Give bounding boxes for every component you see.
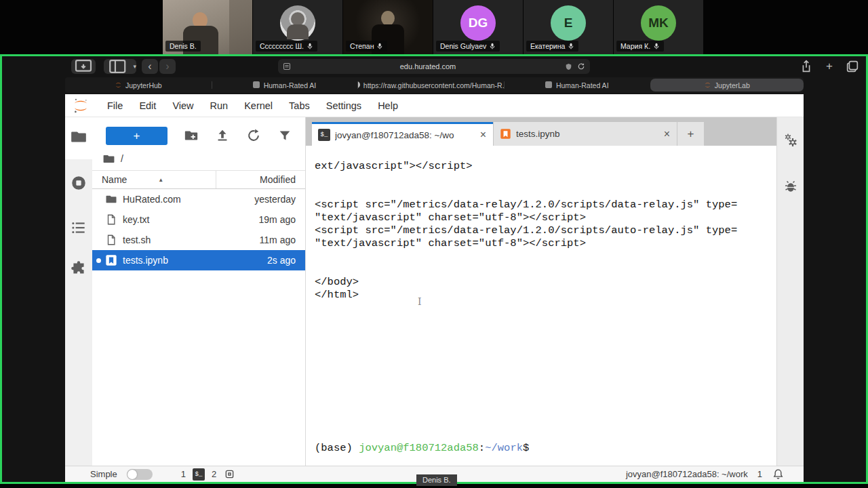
tab-overview-icon[interactable]: [844, 59, 861, 74]
browser-tab-raw-github[interactable]: https://raw.githubusercontent.com/Human-…: [357, 79, 504, 92]
add-tab-button[interactable]: [677, 122, 704, 146]
refresh-icon[interactable]: [246, 128, 261, 143]
reader-icon[interactable]: [283, 62, 291, 70]
close-icon[interactable]: [664, 129, 670, 140]
breadcrumb: /: [92, 147, 305, 170]
browser-tab-label: JupyterHub: [125, 81, 162, 89]
forward-button[interactable]: ›: [159, 59, 176, 74]
participant-tile-stepan[interactable]: Степан: [343, 0, 433, 54]
file-browser-panel: +: [92, 117, 306, 466]
menu-settings[interactable]: Settings: [318, 100, 370, 111]
screen-share-indicator-button[interactable]: [71, 59, 96, 74]
column-modified[interactable]: Modified: [216, 171, 296, 188]
filter-icon[interactable]: [277, 128, 292, 143]
file-row[interactable]: key.txt 19m ago: [92, 209, 305, 230]
participant-tile-ccc[interactable]: Ccccccccc Ш.: [253, 0, 342, 54]
terminal-line: "text/javascript" charset="utf-8"></scri…: [315, 237, 771, 250]
privacy-shield-icon[interactable]: [565, 63, 572, 70]
file-row[interactable]: HuRated.com yesterday: [92, 189, 305, 209]
table-of-contents-icon[interactable]: [70, 219, 87, 237]
tab-label: tests.ipynb: [516, 129, 659, 139]
terminal-output[interactable]: ext/javascript"></script> <script src="/…: [306, 146, 776, 466]
close-icon[interactable]: [480, 129, 486, 140]
screen-share-region: ▾ ‹ › edu.hurated.com: [0, 54, 868, 484]
github-favicon: [357, 81, 360, 89]
sort-ascending-icon[interactable]: ▲: [158, 177, 163, 183]
reload-icon[interactable]: [577, 62, 585, 70]
browser-tab-human-rated-1[interactable]: Human-Rated AI: [212, 79, 358, 92]
participant-name-badge: Denis B.: [165, 41, 201, 52]
tab-notebook[interactable]: tests.ipynb: [494, 122, 677, 146]
participant-tile-maria[interactable]: MK Мария К.: [614, 0, 703, 54]
file-modified: 2s ago: [221, 255, 296, 266]
share-icon[interactable]: [798, 59, 814, 74]
browser-tab-label: https://raw.githubusercontent.com/Human-…: [363, 81, 504, 89]
file-row[interactable]: test.sh 11m ago: [92, 230, 305, 250]
left-activity-bar: [65, 117, 92, 466]
bell-icon[interactable]: [772, 468, 785, 481]
address-text[interactable]: edu.hurated.com: [296, 62, 560, 70]
new-launcher-button[interactable]: +: [106, 127, 167, 145]
terminal-prompt: (base) jovyan@f180712ada58:~/work$: [315, 442, 529, 455]
participant-tile-ekaterina[interactable]: E Екатерина: [524, 0, 613, 54]
participant-name-badge: Мария К.: [616, 41, 664, 52]
jupyterlab-window: File Edit View Run Kernel Tabs Settings …: [65, 94, 804, 482]
breadcrumb-root[interactable]: /: [121, 153, 123, 164]
chevron-left-icon: ‹: [148, 61, 151, 72]
file-row-selected[interactable]: tests.ipynb 2s ago: [92, 250, 305, 270]
file-name: HuRated.com: [123, 194, 221, 205]
file-icon: [105, 214, 117, 226]
mic-icon: [653, 43, 660, 49]
extension-manager-icon[interactable]: [70, 260, 87, 277]
address-bar[interactable]: edu.hurated.com: [278, 59, 590, 74]
terminals-count[interactable]: 1: [174, 469, 193, 479]
mic-icon: [568, 43, 574, 49]
menu-kernel[interactable]: Kernel: [236, 100, 281, 111]
menu-run[interactable]: Run: [202, 100, 237, 111]
file-browser-toolbar: +: [92, 124, 305, 147]
browser-tab-human-rated-2[interactable]: Human-Rated AI: [504, 79, 650, 92]
new-folder-icon[interactable]: [184, 128, 199, 143]
participant-name-badge: Ccccccccc Ш.: [256, 41, 317, 52]
file-name: tests.ipynb: [123, 255, 221, 266]
terminal-line: <script src="/metrics/data-relay/1.2.0/s…: [315, 224, 771, 237]
avatar: MK: [641, 5, 676, 41]
notebook-icon: [500, 128, 511, 140]
browser-tabstrip: JupyterHub Human-Rated AI https://raw.gi…: [65, 77, 804, 93]
kernels-count[interactable]: 2: [205, 469, 223, 479]
notifications-count[interactable]: 1: [757, 469, 762, 479]
menu-view[interactable]: View: [164, 100, 201, 111]
avatar: DG: [460, 5, 496, 41]
column-name[interactable]: Name: [102, 174, 127, 185]
kernel-chip-icon[interactable]: [223, 468, 236, 481]
browser-tab-label: JupyterLab: [715, 81, 750, 89]
main-dock-area: $_ jovyan@f180712ada58: ~/wo tests.ipynb: [306, 117, 776, 466]
new-tab-icon[interactable]: +: [821, 59, 837, 74]
back-button[interactable]: ‹: [142, 59, 158, 74]
jupyter-favicon: [704, 81, 711, 89]
tab-terminal[interactable]: $_ jovyan@f180712ada58: ~/wo: [312, 122, 493, 146]
chevron-right-icon: ›: [165, 61, 169, 72]
menu-file[interactable]: File: [99, 100, 131, 111]
folder-icon[interactable]: [102, 152, 115, 165]
terminal-line: [315, 250, 771, 263]
simple-mode-toggle[interactable]: [127, 469, 153, 480]
menu-tabs[interactable]: Tabs: [281, 100, 318, 111]
menu-edit[interactable]: Edit: [131, 100, 164, 111]
terminal-icon: $_: [318, 129, 330, 141]
participant-tile-denis-gulyaev[interactable]: DG Denis Gulyaev: [433, 0, 523, 54]
participant-tile-denis-b[interactable]: Denis B.: [163, 0, 252, 54]
participant-name: Степан: [350, 42, 374, 50]
running-kernels-icon[interactable]: [70, 174, 87, 192]
file-modified: 19m ago: [221, 214, 296, 225]
browser-tab-jupyterhub[interactable]: JupyterHub: [65, 79, 212, 92]
sidebar-toggle-button[interactable]: ▾: [104, 59, 136, 74]
debugger-bug-icon[interactable]: [783, 178, 799, 195]
participant-name: Ccccccccc Ш.: [260, 42, 304, 50]
terminal-icon[interactable]: $_: [193, 468, 205, 481]
upload-icon[interactable]: [215, 128, 230, 143]
file-browser-icon[interactable]: [70, 128, 87, 146]
menu-help[interactable]: Help: [370, 100, 406, 111]
browser-tab-jupyterlab-active[interactable]: JupyterLab: [650, 79, 804, 92]
property-inspector-icon[interactable]: [783, 132, 799, 148]
